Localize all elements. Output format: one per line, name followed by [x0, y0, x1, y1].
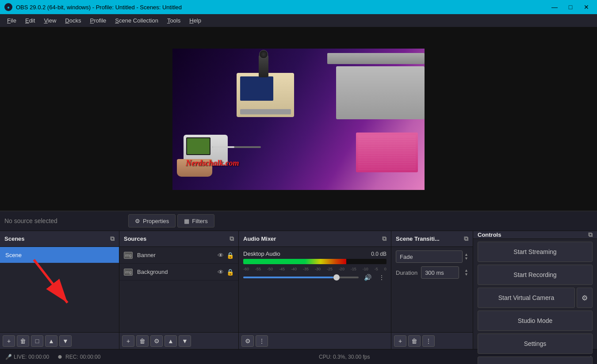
- sources-header-left: Sources: [124, 235, 146, 242]
- transition-panel-footer: + 🗑 ⋮: [391, 332, 473, 349]
- scenes-title: Scenes: [4, 235, 25, 242]
- menu-profile[interactable]: Profile: [85, 15, 111, 26]
- source-background-visibility-button[interactable]: 👁: [218, 269, 224, 276]
- source-banner-lock-button[interactable]: 🔒: [226, 252, 234, 259]
- audio-expand-icon[interactable]: ⧉: [382, 235, 387, 243]
- volume-fill: [243, 277, 333, 278]
- scenes-delete-button[interactable]: 🗑: [17, 335, 29, 347]
- app-icon: ●: [4, 3, 12, 11]
- rec-icon: ⬤: [58, 355, 62, 359]
- source-background-lock-button[interactable]: 🔒: [226, 269, 234, 276]
- studio-mode-button[interactable]: Studio Mode: [478, 311, 593, 331]
- sources-settings-button[interactable]: ⚙: [150, 335, 163, 347]
- scenes-panel-body: Scene: [0, 247, 119, 332]
- virtual-camera-settings-button[interactable]: ⚙: [577, 288, 593, 308]
- menubar: File Edit View Docks Profile Scene Colle…: [0, 14, 597, 27]
- transition-type-select[interactable]: Fade: [396, 250, 463, 263]
- volume-slider[interactable]: [243, 277, 359, 278]
- window-controls: — □ ✕: [548, 3, 593, 11]
- menu-tools[interactable]: Tools: [163, 15, 185, 26]
- scene-transition-panel: Scene Transiti... ⧉ Fade ▲ ▼ Duration 30…: [391, 231, 473, 349]
- joystick-body: [259, 55, 268, 77]
- sources-panel-footer: + 🗑 ⚙ ▲ ▼: [119, 332, 238, 349]
- controls-expand-icon[interactable]: ⧉: [588, 231, 593, 239]
- transition-expand-icon[interactable]: ⧉: [464, 235, 468, 243]
- progress-bar-fill: [212, 146, 234, 148]
- audio-meter-labels: -60 -55 -50 -45 -40 -35 -30 -25 -20 -15 …: [243, 267, 387, 271]
- source-banner-visibility-button[interactable]: 👁: [218, 252, 224, 259]
- transition-delete-button[interactable]: 🗑: [408, 335, 421, 347]
- transition-type-row: Fade ▲ ▼: [396, 250, 468, 263]
- gameboy-display: [187, 138, 210, 154]
- scenes-expand-icon[interactable]: ⧉: [110, 235, 115, 243]
- gear-icon: ⚙: [135, 218, 140, 224]
- sources-move-down-button[interactable]: ▼: [179, 335, 191, 347]
- menu-scene-collection[interactable]: Scene Collection: [111, 15, 163, 26]
- joystick-ball: [259, 50, 268, 59]
- sources-delete-button[interactable]: 🗑: [136, 335, 149, 347]
- menu-file[interactable]: File: [3, 15, 21, 26]
- scenes-filter-button[interactable]: □: [31, 335, 43, 347]
- duration-input[interactable]: 300 ms: [421, 266, 459, 279]
- menu-view[interactable]: View: [39, 15, 61, 26]
- source-item-background[interactable]: img Background 👁 🔒: [119, 264, 238, 281]
- mute-button[interactable]: 🔊: [362, 273, 373, 282]
- menu-edit[interactable]: Edit: [21, 15, 39, 26]
- preview-area: Nerdschalk.com: [0, 27, 597, 211]
- source-item-banner[interactable]: img Banner 👁 🔒: [119, 247, 238, 264]
- transition-more-button[interactable]: ⋮: [422, 335, 435, 347]
- properties-button[interactable]: ⚙ Properties: [128, 214, 176, 228]
- start-streaming-button[interactable]: Start Streaming: [478, 242, 593, 262]
- exit-button[interactable]: Exit: [478, 356, 593, 364]
- audio-track-name: Desktop Audio: [243, 250, 280, 257]
- audio-panel-body: Desktop Audio 0.0 dB -60 -55 -50 -45 -40…: [239, 247, 391, 332]
- transition-type-arrows[interactable]: ▲ ▼: [464, 253, 468, 261]
- virtual-camera-gear-icon: ⚙: [582, 294, 588, 302]
- no-signal-icon: 🎤: [5, 354, 12, 360]
- settings-button[interactable]: Settings: [478, 334, 593, 354]
- audio-mixer-panel: Audio Mixer ⧉ Desktop Audio 0.0 dB -60 -…: [239, 231, 391, 349]
- start-virtual-camera-button[interactable]: Start Virtual Camera: [478, 288, 575, 308]
- svg-line-1: [34, 260, 68, 303]
- sources-add-button[interactable]: +: [122, 335, 134, 347]
- audio-track-desktop: Desktop Audio 0.0 dB -60 -55 -50 -45 -40…: [239, 247, 391, 285]
- duration-arrows[interactable]: ▲ ▼: [464, 269, 468, 277]
- start-recording-button[interactable]: Start Recording: [478, 265, 593, 285]
- source-banner-icon: img: [124, 252, 133, 259]
- audio-panel-header: Audio Mixer ⧉: [239, 231, 391, 247]
- filters-button[interactable]: ▦ Filters: [177, 214, 214, 228]
- scenes-move-down-button[interactable]: ▼: [59, 335, 72, 347]
- keyboard-top: [327, 53, 425, 64]
- duration-label: Duration: [396, 269, 417, 276]
- menu-docks[interactable]: Docks: [61, 15, 85, 26]
- status-live: 🎤 LIVE: 00:00:00: [5, 354, 49, 360]
- sources-expand-icon[interactable]: ⧉: [230, 235, 234, 243]
- sources-panel: Sources ⧉ img Banner 👁 🔒 img Background …: [119, 231, 239, 349]
- close-button[interactable]: ✕: [580, 3, 593, 11]
- source-banner-actions: 👁 🔒: [218, 252, 234, 259]
- controls-title: Controls: [478, 231, 501, 238]
- controls-panel-header: Controls ⧉: [473, 231, 597, 239]
- minimize-button[interactable]: —: [548, 3, 561, 11]
- status-rec: ⬤ REC: 00:00:00: [58, 354, 100, 360]
- scenes-header-left: Scenes: [4, 235, 25, 242]
- source-background-icon: img: [124, 269, 133, 276]
- watermark-text: Nerdschalk.com: [186, 159, 239, 168]
- window-title: OBS 29.0.2 (64-bit, windows) - Profile: …: [16, 4, 548, 11]
- audio-more-button[interactable]: ⋮: [377, 273, 387, 282]
- volume-thumb[interactable]: [333, 274, 340, 281]
- scenes-add-button[interactable]: +: [3, 335, 15, 347]
- transition-add-button[interactable]: +: [394, 335, 406, 347]
- menu-help[interactable]: Help: [185, 15, 206, 26]
- scene-item-scene[interactable]: Scene: [0, 247, 119, 263]
- source-banner-label: Banner: [137, 252, 156, 258]
- scenes-panel-header: Scenes ⧉: [0, 231, 119, 247]
- sources-move-up-button[interactable]: ▲: [165, 335, 177, 347]
- keyboard-keys: [336, 66, 425, 71]
- maximize-button[interactable]: □: [564, 3, 577, 11]
- sources-title: Sources: [124, 235, 146, 242]
- audio-meter: [243, 259, 387, 264]
- audio-more-options-button[interactable]: ⋮: [256, 335, 268, 347]
- scenes-move-up-button[interactable]: ▲: [45, 335, 57, 347]
- audio-settings-button[interactable]: ⚙: [241, 335, 254, 347]
